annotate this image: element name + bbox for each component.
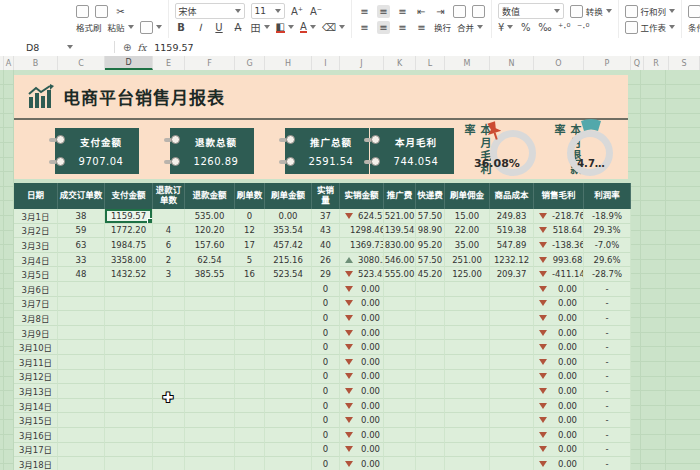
cell-sales[interactable]: 0.00 (340, 384, 384, 399)
cell-refund_amt[interactable] (185, 311, 235, 326)
cell-cost[interactable] (490, 326, 534, 341)
cell-brush[interactable] (235, 384, 265, 399)
cell-cost[interactable]: 1232.12 (490, 253, 534, 268)
cell-margin[interactable]: 29.6% (584, 253, 631, 268)
cell-brush[interactable]: 5 (235, 253, 265, 268)
underline-button[interactable]: U (213, 21, 226, 34)
column-header-P[interactable]: P (584, 56, 631, 70)
cell-pay[interactable]: 1984.75 (105, 238, 153, 253)
format-painter-icon[interactable] (76, 5, 89, 18)
table-column-header[interactable]: 刷单数 (235, 183, 265, 209)
cell-profit[interactable]: 0.00 (534, 326, 584, 341)
cell-profit[interactable]: 0.00 (534, 297, 584, 312)
cell-sales[interactable]: 0.00 (340, 370, 384, 385)
cell-date[interactable]: 3月9日 (14, 326, 58, 341)
cell-date[interactable]: 3月14日 (14, 399, 58, 414)
cell-margin[interactable]: - (584, 443, 631, 458)
indent-decrease-icon[interactable]: ⇤ (415, 5, 428, 18)
cell-promo[interactable] (384, 384, 416, 399)
cell-sales[interactable]: 3080.30 (340, 253, 384, 268)
cell-profit[interactable]: 0.00 (534, 355, 584, 370)
cell-commission[interactable]: 15.00 (445, 209, 490, 224)
cell-brush[interactable] (235, 428, 265, 443)
cell-refund_amt[interactable] (185, 443, 235, 458)
cell-cost[interactable] (490, 384, 534, 399)
cell-margin[interactable]: - (584, 370, 631, 385)
cell-commission[interactable] (445, 384, 490, 399)
cell-qty[interactable]: 0 (312, 370, 340, 385)
cell-cost[interactable]: 519.38 (490, 224, 534, 239)
cell-brush_amt[interactable] (265, 326, 312, 341)
cell-qty[interactable]: 26 (312, 253, 340, 268)
table-column-header[interactable]: 利润率 (584, 183, 631, 209)
cell-cost[interactable] (490, 413, 534, 428)
cell-brush_amt[interactable] (265, 457, 312, 470)
fx-icon[interactable]: fx (137, 42, 146, 53)
cell-qty[interactable]: 0 (312, 311, 340, 326)
cell-deals[interactable]: 33 (58, 253, 105, 268)
cell-profit[interactable]: -411.14 (534, 267, 584, 282)
cell-commission[interactable]: 35.00 (445, 238, 490, 253)
table-column-header[interactable]: 刷单金额 (265, 183, 312, 209)
cell-commission[interactable] (445, 443, 490, 458)
cell-qty[interactable]: 0 (312, 384, 340, 399)
cell-promo[interactable] (384, 443, 416, 458)
font-name-select[interactable]: 宋体 (175, 3, 245, 19)
cell-express[interactable] (416, 428, 445, 443)
cell-profit[interactable]: 0.00 (534, 340, 584, 355)
cell-margin[interactable]: - (584, 311, 631, 326)
cut-icon[interactable]: ✂ (114, 5, 127, 18)
cell-brush[interactable]: 17 (235, 238, 265, 253)
column-header-N[interactable]: N (490, 56, 534, 70)
align-center-icon[interactable]: ≡ (377, 21, 390, 34)
cell-deals[interactable] (58, 340, 105, 355)
cell-brush_amt[interactable]: 457.42 (265, 238, 312, 253)
cell-margin[interactable]: -28.7% (584, 267, 631, 282)
cell-refund_amt[interactable]: 120.20 (185, 224, 235, 239)
cell-cost[interactable] (490, 297, 534, 312)
cell-profit[interactable]: 993.68 (534, 253, 584, 268)
column-header-D[interactable]: D (105, 56, 153, 70)
align-right-icon[interactable]: ≡ (396, 21, 409, 34)
cell-margin[interactable]: - (584, 399, 631, 414)
name-box[interactable]: D8 (0, 38, 106, 56)
table-column-header[interactable]: 退款金额 (185, 183, 235, 209)
cell-express[interactable] (416, 384, 445, 399)
cell-deals[interactable] (58, 457, 105, 470)
cell-promo[interactable] (384, 311, 416, 326)
merge-cells-icon[interactable] (472, 5, 485, 18)
cell-margin[interactable]: 29.3% (584, 224, 631, 239)
cell-commission[interactable] (445, 457, 490, 470)
cell-refund_orders[interactable] (153, 457, 185, 470)
cell-cost[interactable] (490, 311, 534, 326)
cell-qty[interactable]: 0 (312, 457, 340, 470)
column-header-Q[interactable]: Q (631, 56, 644, 70)
cell-brush_amt[interactable] (265, 282, 312, 297)
cell-refund_orders[interactable]: 2 (153, 253, 185, 268)
cell-commission[interactable]: 251.00 (445, 253, 490, 268)
cell-commission[interactable] (445, 297, 490, 312)
table-column-header[interactable]: 销售毛利 (534, 183, 584, 209)
cell-brush_amt[interactable] (265, 297, 312, 312)
cell-margin[interactable]: -7.0% (584, 238, 631, 253)
cell-commission[interactable] (445, 340, 490, 355)
cell-margin[interactable]: - (584, 297, 631, 312)
cell-sales[interactable]: 624.57 (340, 209, 384, 224)
number-format-select[interactable]: 数值 (498, 3, 564, 19)
cell-refund_amt[interactable]: 157.60 (185, 238, 235, 253)
cell-express[interactable]: 45.20 (416, 267, 445, 282)
column-header-E[interactable]: E (153, 56, 185, 70)
cell-margin[interactable]: - (584, 282, 631, 297)
cell-sales[interactable]: 0.00 (340, 311, 384, 326)
cell-cost[interactable] (490, 370, 534, 385)
cell-promo[interactable] (384, 340, 416, 355)
cell-profit[interactable]: 0.00 (534, 457, 584, 470)
cell-commission[interactable] (445, 282, 490, 297)
decrease-font-button[interactable]: A⁻ (310, 5, 323, 18)
cell-brush_amt[interactable] (265, 355, 312, 370)
format-painter-button[interactable]: 格式刷 (76, 21, 102, 33)
cell-pay[interactable] (105, 355, 153, 370)
rows-cols-button[interactable]: 行和列 (625, 5, 675, 18)
cell-pay[interactable] (105, 413, 153, 428)
paste-icon[interactable] (95, 5, 108, 18)
